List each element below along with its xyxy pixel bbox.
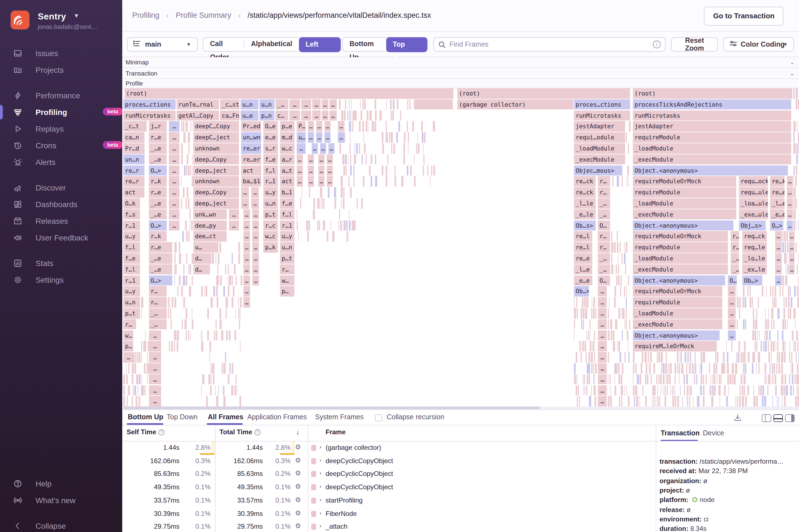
flame-frame[interactable]: r…c <box>263 220 278 230</box>
flame-frame[interactable]: … <box>252 220 259 230</box>
sidebar-whats-new[interactable]: What's new <box>0 492 122 509</box>
flame-frame[interactable]: act <box>123 187 145 197</box>
sidebar-item-profiling[interactable]: Profilingbeta <box>0 104 122 120</box>
sidebar-item-crons[interactable]: Cronsbeta <box>0 137 122 154</box>
flame-frame[interactable]: ca…Fn <box>220 110 240 120</box>
flame-frame[interactable]: r… <box>123 319 136 329</box>
frame-column-header[interactable]: Frame <box>326 428 346 436</box>
flame-frame[interactable]: re…er <box>241 154 261 165</box>
flamegraph-scrollbar[interactable] <box>123 406 799 409</box>
flame-frame[interactable]: (root) <box>125 88 453 99</box>
gear-icon[interactable]: ⚙ <box>295 496 301 504</box>
flame-frame[interactable]: … <box>297 154 303 165</box>
flame-frame[interactable]: … <box>243 242 250 252</box>
flame-frame[interactable]: … <box>252 275 259 285</box>
flame-frame[interactable]: … <box>328 143 334 154</box>
sort-direction-icon[interactable]: ↓ <box>296 428 299 436</box>
flame-frame[interactable]: runMicrotasks <box>574 110 630 120</box>
flame-frame[interactable]: … <box>149 352 161 362</box>
flame-frame[interactable]: … <box>149 385 161 395</box>
flame-frame[interactable]: d… <box>193 264 208 274</box>
flame-frame[interactable]: r… <box>731 231 739 242</box>
flame-frame[interactable]: … <box>252 264 259 274</box>
flame-frame[interactable]: req…le <box>742 242 767 252</box>
flame-frame[interactable]: r…1 <box>123 275 140 285</box>
flame-frame[interactable]: _exe…ule <box>739 209 768 220</box>
sidebar-item-issues[interactable]: Issues <box>0 45 122 62</box>
flame-frame[interactable]: … <box>728 308 736 319</box>
gear-icon[interactable]: ⚙ <box>295 470 301 477</box>
thread-selector[interactable]: main ▼ <box>127 37 198 52</box>
scrollbar-thumb[interactable] <box>123 406 540 409</box>
flame-frame[interactable]: … <box>169 165 180 175</box>
table-row[interactable]: 49.35ms0.1%49.35ms0.1%⚙›deepCyclicCopyOb… <box>122 481 656 494</box>
flame-frame[interactable]: jestAdapter <box>574 121 625 132</box>
flame-frame[interactable]: O…> <box>770 220 783 230</box>
flame-frame[interactable]: … <box>243 220 250 230</box>
flame-frame[interactable]: … <box>301 99 311 110</box>
flame-frame[interactable]: … <box>149 374 161 384</box>
collapse-recursion-checkbox[interactable] <box>375 414 382 421</box>
flame-frame[interactable]: re…er <box>241 143 261 154</box>
sentry-logo-icon[interactable] <box>11 11 30 30</box>
tab-top-down[interactable]: Top Down <box>167 413 198 421</box>
sidebar-item-dashboards[interactable]: Dashboards <box>0 196 122 213</box>
flame-frame[interactable]: … <box>243 297 250 307</box>
flame-frame[interactable]: O…> <box>149 165 167 175</box>
expand-chevron-icon[interactable]: › <box>319 522 321 529</box>
table-row[interactable]: 30.39ms0.1%30.39ms0.1%⚙›FiberNode <box>122 507 656 520</box>
gear-icon[interactable]: ⚙ <box>295 456 301 464</box>
find-frames-input[interactable]: Find Frames i <box>433 37 666 52</box>
flame-frame[interactable]: … <box>775 275 782 285</box>
flame-frame[interactable]: f…e <box>263 154 278 165</box>
flame-frame[interactable]: … <box>318 165 324 175</box>
sidebar-item-performance[interactable]: Performance <box>0 87 122 104</box>
table-row[interactable]: 85.63ms0.2%85.63ms0.2%⚙›deepCyclicCopyOb… <box>122 468 656 481</box>
flame-frame[interactable]: _loa…ule <box>739 198 768 209</box>
flame-frame[interactable]: r… <box>149 286 167 297</box>
transaction-section-header[interactable]: Transaction ⌄ <box>122 68 799 79</box>
flame-frame[interactable]: _…e <box>149 253 172 264</box>
flame-frame[interactable]: p… <box>123 341 133 352</box>
tab-all-frames[interactable]: All Frames <box>208 413 243 421</box>
flame-frame[interactable]: _execModule <box>574 154 625 165</box>
flame-frame[interactable]: … <box>169 154 180 165</box>
expand-chevron-icon[interactable]: › <box>319 496 321 502</box>
flame-frame[interactable]: … <box>149 330 161 340</box>
flame-frame[interactable]: _execModule <box>633 264 728 274</box>
table-row[interactable]: 1.44s2.8%1.44s2.8%⚙›(garbage collector) <box>122 441 656 455</box>
flame-frame[interactable]: … <box>297 143 305 154</box>
flame-frame[interactable]: u…n <box>123 297 140 307</box>
flame-frame[interactable]: _…e <box>149 198 167 209</box>
flame-frame[interactable]: … <box>728 330 736 340</box>
flame-frame[interactable]: unk…wn <box>193 209 227 220</box>
expand-chevron-icon[interactable]: › <box>319 470 321 476</box>
flame-frame[interactable]: P… <box>297 121 305 132</box>
flame-frame[interactable]: … <box>787 187 793 197</box>
flame-frame[interactable]: _loadModule <box>633 308 722 319</box>
frame-name[interactable]: startProfiling <box>326 496 363 504</box>
help-icon[interactable]: ? <box>159 429 165 435</box>
flame-frame[interactable]: f…e <box>280 198 295 209</box>
flame-frame[interactable]: … <box>316 121 322 132</box>
flame-frame[interactable]: … <box>251 198 259 209</box>
brand-caret-icon[interactable]: ▼ <box>73 12 79 19</box>
frame-name[interactable]: deepCyclicCopyObject <box>326 470 393 478</box>
flame-frame[interactable]: u… <box>193 242 217 252</box>
sidebar-help[interactable]: Help <box>0 475 122 492</box>
flame-frame[interactable]: … <box>229 209 239 220</box>
flame-frame[interactable]: … <box>297 165 303 175</box>
flame-frame[interactable]: requi…odule <box>574 132 625 142</box>
flame-frame[interactable]: … <box>598 363 607 374</box>
flame-frame[interactable]: … <box>728 297 736 307</box>
flame-frame[interactable]: Pr…d <box>123 143 145 154</box>
flame-frame[interactable]: w…c <box>280 143 295 154</box>
flame-frame[interactable]: requireModule <box>633 187 736 197</box>
flame-frame[interactable]: … <box>789 253 795 264</box>
flame-frame[interactable]: O…e <box>263 121 278 132</box>
flame-frame[interactable]: … <box>598 341 607 352</box>
flame-frame[interactable]: … <box>243 275 250 285</box>
flame-frame[interactable]: r…e <box>149 242 172 252</box>
flame-frame[interactable]: … <box>312 110 321 120</box>
flame-frame[interactable]: re…l <box>574 231 592 242</box>
